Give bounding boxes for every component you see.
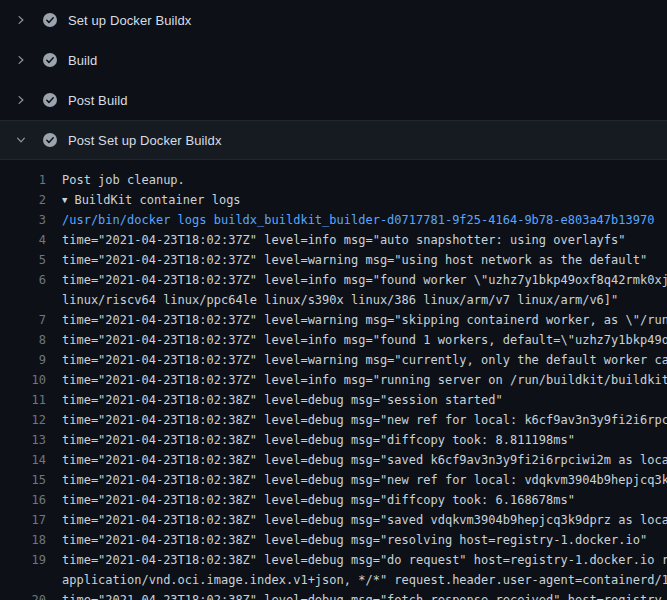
log-lines: 1Post job cleanup.2▼BuildKit container l… — [0, 160, 667, 600]
log-line: 12time="2021-04-23T18:02:38Z" level=debu… — [0, 410, 667, 430]
step-section-build[interactable]: Build — [0, 40, 667, 80]
log-line: 3/usr/bin/docker logs buildx_buildkit_bu… — [0, 210, 667, 230]
group-caret-down-icon: ▼ — [62, 190, 67, 210]
check-circle-icon — [42, 12, 58, 28]
line-number[interactable]: 11 — [0, 390, 46, 410]
line-number[interactable]: 4 — [0, 230, 46, 250]
log-line: 5time="2021-04-23T18:02:37Z" level=warni… — [0, 250, 667, 270]
step-section-label: Build — [68, 53, 97, 68]
line-number[interactable]: 16 — [0, 490, 46, 510]
step-section-label: Set up Docker Buildx — [68, 13, 191, 28]
step-sections: Set up Docker BuildxBuildPost BuildPost … — [0, 0, 667, 160]
log-line: 10time="2021-04-23T18:02:37Z" level=info… — [0, 370, 667, 390]
line-number[interactable]: 7 — [0, 310, 46, 330]
log-line: 2▼BuildKit container logs — [0, 190, 667, 210]
log-text: time="2021-04-23T18:02:37Z" level=warnin… — [62, 250, 667, 270]
line-number[interactable]: 12 — [0, 410, 46, 430]
check-circle-icon — [42, 132, 58, 148]
step-section-set-up-docker-buildx[interactable]: Set up Docker Buildx — [0, 0, 667, 40]
log-line: 17time="2021-04-23T18:02:38Z" level=debu… — [0, 510, 667, 530]
log-line: 1Post job cleanup. — [0, 170, 667, 190]
step-section-post-set-up-docker-buildx[interactable]: Post Set up Docker Buildx — [0, 120, 667, 160]
line-number[interactable]: 2 — [0, 190, 46, 210]
log-text: time="2021-04-23T18:02:38Z" level=debug … — [62, 450, 667, 470]
log-line: 4time="2021-04-23T18:02:37Z" level=info … — [0, 230, 667, 250]
line-number[interactable]: 8 — [0, 330, 46, 350]
log-text: time="2021-04-23T18:02:38Z" level=debug … — [62, 470, 667, 490]
log-line: 16time="2021-04-23T18:02:38Z" level=debu… — [0, 490, 667, 510]
log-command-text: /usr/bin/docker logs buildx_buildkit_bui… — [62, 210, 667, 230]
log-line: 14time="2021-04-23T18:02:38Z" level=debu… — [0, 450, 667, 470]
log-text: time="2021-04-23T18:02:38Z" level=debug … — [62, 430, 667, 450]
log-line: 13time="2021-04-23T18:02:38Z" level=debu… — [0, 430, 667, 450]
line-number[interactable]: 9 — [0, 350, 46, 370]
log-text: time="2021-04-23T18:02:37Z" level=info m… — [62, 370, 667, 390]
step-section-label: Post Set up Docker Buildx — [68, 133, 222, 148]
step-section-label: Post Build — [68, 93, 128, 108]
actions-log-viewer: { "colors": { "background": "#0d1117", "… — [0, 0, 667, 600]
log-line: 19time="2021-04-23T18:02:38Z" level=debu… — [0, 550, 667, 590]
log-text: time="2021-04-23T18:02:37Z" level=warnin… — [62, 310, 667, 330]
check-circle-icon — [42, 92, 58, 108]
log-text: time="2021-04-23T18:02:38Z" level=debug … — [62, 530, 667, 550]
log-line: 9time="2021-04-23T18:02:37Z" level=warni… — [0, 350, 667, 370]
step-section-post-build[interactable]: Post Build — [0, 80, 667, 120]
line-number[interactable]: 20 — [0, 590, 46, 600]
chevron-right-icon — [14, 53, 28, 67]
log-line: 6time="2021-04-23T18:02:37Z" level=info … — [0, 270, 667, 310]
line-number[interactable]: 18 — [0, 530, 46, 550]
line-number[interactable]: 1 — [0, 170, 46, 190]
log-text: time="2021-04-23T18:02:37Z" level=info m… — [62, 270, 667, 310]
log-line: 7time="2021-04-23T18:02:37Z" level=warni… — [0, 310, 667, 330]
line-number[interactable]: 6 — [0, 270, 46, 290]
chevron-right-icon — [14, 93, 28, 107]
line-number[interactable]: 15 — [0, 470, 46, 490]
log-text: time="2021-04-23T18:02:38Z" level=debug … — [62, 550, 667, 590]
log-text: time="2021-04-23T18:02:38Z" level=debug … — [62, 410, 667, 430]
log-group-label: BuildKit container logs — [74, 193, 240, 207]
line-number[interactable]: 17 — [0, 510, 46, 530]
log-line: 11time="2021-04-23T18:02:38Z" level=debu… — [0, 390, 667, 410]
line-number[interactable]: 19 — [0, 550, 46, 570]
log-line: 20time="2021-04-23T18:02:38Z" level=debu… — [0, 590, 667, 600]
log-text: time="2021-04-23T18:02:37Z" level=info m… — [62, 230, 667, 250]
chevron-right-icon — [14, 13, 28, 27]
line-number[interactable]: 5 — [0, 250, 46, 270]
log-line: 15time="2021-04-23T18:02:38Z" level=debu… — [0, 470, 667, 490]
log-text: time="2021-04-23T18:02:37Z" level=info m… — [62, 330, 667, 350]
log-text: time="2021-04-23T18:02:37Z" level=warnin… — [62, 350, 667, 370]
log-line: 8time="2021-04-23T18:02:37Z" level=info … — [0, 330, 667, 350]
log-group-toggle[interactable]: ▼BuildKit container logs — [62, 190, 667, 210]
check-circle-icon — [42, 52, 58, 68]
log-text: time="2021-04-23T18:02:38Z" level=debug … — [62, 510, 667, 530]
line-number[interactable]: 10 — [0, 370, 46, 390]
log-text: Post job cleanup. — [62, 170, 667, 190]
log-text: time="2021-04-23T18:02:38Z" level=debug … — [62, 590, 667, 600]
chevron-down-icon — [14, 133, 28, 147]
line-number[interactable]: 14 — [0, 450, 46, 470]
line-number[interactable]: 3 — [0, 210, 46, 230]
log-line: 18time="2021-04-23T18:02:38Z" level=debu… — [0, 530, 667, 550]
log-text: time="2021-04-23T18:02:38Z" level=debug … — [62, 490, 667, 510]
line-number[interactable]: 13 — [0, 430, 46, 450]
log-text: time="2021-04-23T18:02:38Z" level=debug … — [62, 390, 667, 410]
